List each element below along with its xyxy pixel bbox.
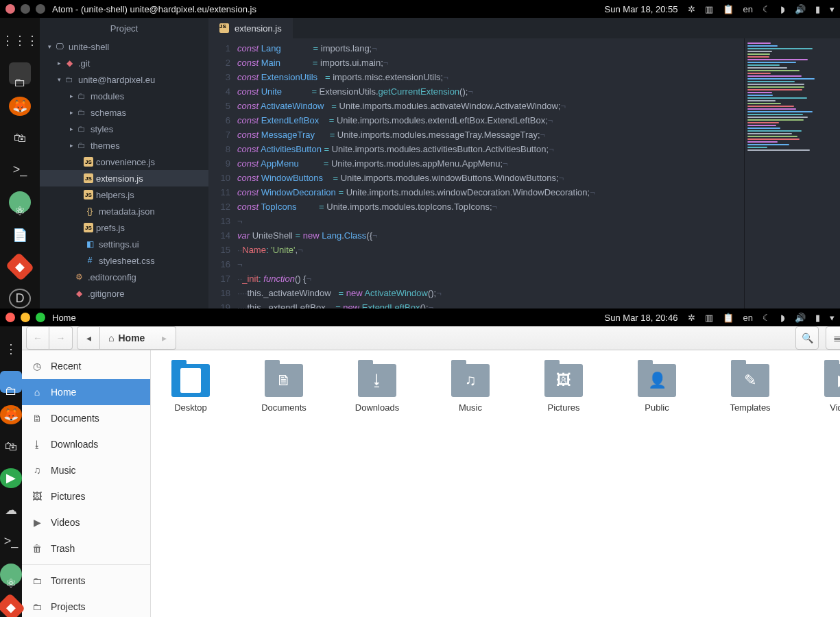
sidebar-item-videos[interactable]: ▶Videos — [22, 509, 150, 535]
minimize-icon[interactable] — [21, 4, 30, 14]
tree-row[interactable]: ◧settings.ui — [40, 236, 208, 252]
folder-pictures[interactable]: 🖼Pictures — [531, 364, 597, 413]
chevron-down-icon[interactable]: ▾ — [830, 313, 835, 323]
separator — [22, 564, 150, 565]
tree-row[interactable]: ▸🗀themes — [40, 137, 208, 154]
notes-icon[interactable]: 📄 — [9, 226, 31, 245]
back-button[interactable]: ← — [26, 326, 49, 350]
wifi-icon[interactable]: ◗ — [780, 313, 785, 323]
tree-row[interactable]: JSextension.js — [40, 170, 208, 186]
folder-icon: 🗀 — [75, 108, 88, 117]
clipboard-icon[interactable]: 📋 — [723, 313, 734, 323]
sidebar-item-pictures[interactable]: 🖼Pictures — [22, 483, 150, 509]
folder-videos[interactable]: ▶Videos — [811, 364, 840, 413]
misc-dock-icon[interactable]: D — [9, 289, 31, 308]
clock[interactable]: Sun Mar 18, 20:55 — [605, 4, 678, 14]
path-next-button[interactable]: ▸ — [153, 326, 176, 350]
tree-row[interactable]: ▸🗀modules — [40, 88, 208, 104]
files-dock-icon[interactable]: 🗀 — [9, 62, 31, 84]
settings-icon[interactable]: ✲ — [688, 4, 695, 14]
files-sidebar: ◷Recent⌂Home🗎Documents⭳Downloads♫Music🖼P… — [22, 350, 151, 617]
tree-row[interactable]: ▸◆.git — [40, 55, 208, 71]
battery-icon[interactable]: ▮ — [815, 313, 820, 323]
night-icon[interactable]: ☾ — [763, 313, 771, 323]
settings-icon[interactable]: ✲ — [688, 313, 695, 323]
view-toggle-button[interactable]: ≣ — [826, 326, 840, 350]
tree-row[interactable]: {}metadata.json — [40, 203, 208, 219]
tree-row[interactable]: ▸🗀styles — [40, 121, 208, 137]
file-tree[interactable]: ▾🖵unite-shell▸◆.git▾🗀unite@hardpixel.eu▸… — [40, 38, 208, 308]
dock: ⋮⋮⋮ 🗀 🦊 🛍 ▶ ☁ >_ ⚛ ◆ — [0, 308, 22, 617]
files-grid[interactable]: Desktop🗎Documents⭳Downloads♫Music🖼Pictur… — [151, 350, 840, 617]
sidebar-item-music[interactable]: ♫Music — [22, 457, 150, 483]
folder-music[interactable]: ♫Music — [437, 364, 503, 413]
maximize-icon[interactable] — [36, 313, 45, 322]
tree-row[interactable]: ▾🖵unite-shell — [40, 38, 208, 55]
tree-row[interactable]: JSconvenience.js — [40, 154, 208, 170]
chevron-down-icon[interactable]: ▾ — [830, 4, 835, 14]
tree-row[interactable]: JShelpers.js — [40, 186, 208, 203]
disk-icon[interactable]: ▥ — [705, 4, 713, 14]
path-prev-button[interactable]: ◂ — [77, 326, 100, 350]
files-dock-icon[interactable]: 🗀 — [0, 371, 22, 393]
atom-icon[interactable]: ⚛ — [9, 191, 31, 213]
tree-row[interactable]: ▸🗀schemas — [40, 104, 208, 121]
git-icon[interactable]: ◆ — [5, 252, 34, 281]
clipboard-icon[interactable]: 📋 — [723, 4, 734, 14]
folder-templates[interactable]: ✎Templates — [717, 364, 783, 413]
minimap[interactable] — [744, 38, 840, 308]
apps-icon[interactable]: ⋮⋮⋮ — [0, 339, 22, 359]
folder-icon: ▶ — [824, 364, 840, 397]
terminal-icon[interactable]: >_ — [9, 160, 31, 179]
tree-row[interactable]: #stylesheet.css — [40, 252, 208, 269]
language-indicator[interactable]: en — [743, 313, 753, 323]
close-icon[interactable] — [5, 4, 15, 14]
folder-icon: 🗎 — [265, 364, 303, 397]
tree-row[interactable]: ⚙.editorconfig — [40, 269, 208, 285]
sidebar-item-projects[interactable]: 🗀Projects — [22, 594, 150, 617]
sidebar-item-trash[interactable]: 🗑Trash — [22, 535, 150, 561]
search-button[interactable]: 🔍 — [795, 326, 819, 350]
sidebar-item-downloads[interactable]: ⭳Downloads — [22, 431, 150, 457]
tab-extension-js[interactable]: JS extension.js — [208, 18, 293, 38]
firefox-icon[interactable]: 🦊 — [0, 405, 22, 424]
terminal-icon[interactable]: >_ — [0, 532, 22, 551]
clock[interactable]: Sun Mar 18, 20:46 — [605, 313, 678, 323]
tree-row[interactable]: JSprefs.js — [40, 219, 208, 236]
night-icon[interactable]: ☾ — [763, 4, 771, 14]
wifi-icon[interactable]: ◗ — [780, 4, 785, 14]
folder-downloads[interactable]: ⭳Downloads — [344, 364, 410, 413]
sidebar-item-home[interactable]: ⌂Home — [22, 379, 150, 405]
weather-icon[interactable]: ☁ — [0, 500, 22, 520]
dock: ⋮⋮⋮ 🗀 🦊 🛍 >_ ⚛ 📄 ◆ D — [0, 0, 40, 308]
js-icon: JS — [84, 157, 93, 167]
firefox-icon[interactable]: 🦊 — [9, 97, 31, 116]
volume-icon[interactable]: 🔊 — [795, 313, 806, 323]
forward-button[interactable]: → — [49, 326, 73, 350]
maximize-icon[interactable] — [36, 4, 45, 14]
minimize-icon[interactable] — [21, 313, 30, 322]
folder-desktop[interactable]: Desktop — [158, 364, 224, 413]
sidebar-item-documents[interactable]: 🗎Documents — [22, 405, 150, 431]
battery-icon[interactable]: ▮ — [815, 4, 820, 14]
path-bar[interactable]: ◂ ⌂Home ▸ — [77, 326, 176, 350]
tree-row[interactable]: ▾🗀unite@hardpixel.eu — [40, 71, 208, 88]
folder-public[interactable]: 👤Public — [624, 364, 690, 413]
atom-icon[interactable]: ⚛ — [0, 564, 22, 585]
language-indicator[interactable]: en — [743, 4, 753, 14]
software-icon[interactable]: 🛍 — [9, 128, 31, 147]
disk-icon[interactable]: ▥ — [705, 313, 713, 323]
git-icon: ◆ — [73, 289, 85, 298]
volume-icon[interactable]: 🔊 — [795, 4, 806, 14]
software-icon[interactable]: 🛍 — [0, 437, 22, 456]
sidebar-item-torrents[interactable]: 🗀Torrents — [22, 568, 150, 594]
apps-icon[interactable]: ⋮⋮⋮ — [9, 31, 31, 50]
folder-documents[interactable]: 🗎Documents — [251, 364, 317, 413]
home-icon: ⌂ — [108, 332, 114, 343]
close-icon[interactable] — [5, 313, 15, 322]
code-editor[interactable]: const Lang = imports.lang;¬const Main = … — [237, 38, 744, 308]
sidebar-item-recent[interactable]: ◷Recent — [22, 353, 150, 379]
folder-icon: 🗀 — [75, 91, 88, 101]
media-icon[interactable]: ▶ — [0, 468, 22, 487]
tree-row[interactable]: ◆.gitignore — [40, 285, 208, 302]
